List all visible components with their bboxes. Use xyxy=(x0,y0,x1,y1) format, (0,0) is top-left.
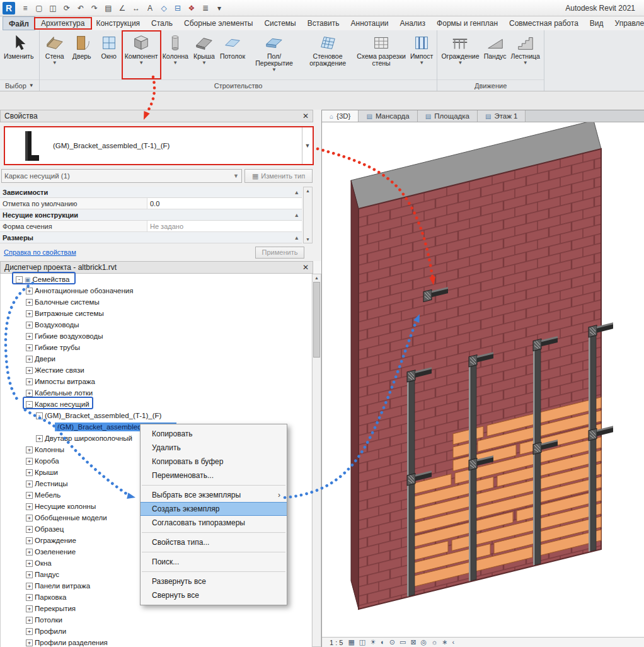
sync-icon[interactable]: ⟳ xyxy=(60,2,73,15)
view-tab[interactable]: ▤Площадка xyxy=(418,110,478,122)
view-3d-icon[interactable]: ◇ xyxy=(158,2,170,15)
menu-item[interactable]: Свернуть все xyxy=(141,588,287,602)
tool-Изменить[interactable]: Изменить xyxy=(2,32,35,78)
save-icon[interactable]: ◫ xyxy=(47,2,59,15)
expand-icon[interactable]: + xyxy=(26,367,33,374)
close-icon[interactable]: ✕ xyxy=(302,263,309,272)
tag-icon[interactable]: ❖ xyxy=(185,2,198,15)
expand-icon[interactable]: + xyxy=(26,469,33,476)
measure-icon[interactable]: ∠ xyxy=(116,2,129,15)
tool-Схема разрезки стены[interactable]: Схема разрезки стены xyxy=(355,32,408,78)
menu-item[interactable]: Развернуть все xyxy=(141,574,287,588)
expand-icon[interactable]: + xyxy=(26,526,33,533)
view-scale[interactable]: 1 : 5 xyxy=(330,639,343,646)
menu-item[interactable]: Выбрать все экземпляры› xyxy=(141,488,287,502)
section-icon[interactable]: ⊟ xyxy=(171,2,184,15)
collapse-icon[interactable]: - xyxy=(36,412,43,419)
expand-icon[interactable]: + xyxy=(26,549,33,556)
collapse-icon[interactable]: ▴ xyxy=(295,235,298,241)
expand-icon[interactable]: + xyxy=(26,322,33,329)
expand-icon[interactable]: + xyxy=(26,515,33,522)
expand-icon[interactable]: + xyxy=(36,435,43,442)
expand-icon[interactable]: + xyxy=(26,356,33,363)
tool-Потолок[interactable]: Потолок xyxy=(218,32,247,78)
collapse-icon[interactable]: ▴ xyxy=(295,189,298,195)
expand-icon[interactable]: + xyxy=(26,605,33,612)
tree-item[interactable]: -▣Семейства xyxy=(1,274,311,285)
tool-Ограждение[interactable]: Ограждение▼ xyxy=(439,32,481,78)
undo-icon[interactable]: ↶ xyxy=(74,2,87,15)
ribbon-tab[interactable]: Сборные элементы xyxy=(178,16,258,30)
tool-Компонент[interactable]: Компонент▼ xyxy=(123,32,160,78)
sun-icon[interactable]: ☀ xyxy=(370,638,376,646)
expand-icon[interactable]: + xyxy=(26,344,33,351)
expand-icon[interactable]: + xyxy=(26,583,33,590)
menu-item[interactable]: Поиск... xyxy=(141,555,287,569)
tree-item[interactable]: +Кабельные лотки xyxy=(1,387,311,399)
shadows-icon[interactable]: ◐ xyxy=(381,638,385,646)
expand-icon[interactable]: + xyxy=(26,333,33,340)
ribbon-tab[interactable]: Файл xyxy=(3,16,35,30)
detail-level-icon[interactable]: ▦ xyxy=(348,638,354,646)
visual-style-icon[interactable]: ◫ xyxy=(359,638,365,646)
tool-Пол/Перекрытие[interactable]: Пол/Перекрытие▼ xyxy=(248,32,301,78)
expand-icon[interactable]: + xyxy=(26,594,33,601)
tree-item[interactable]: +Гибкие воздуховоды xyxy=(1,330,311,342)
tool-Импост[interactable]: Импост▼ xyxy=(408,32,435,78)
expand-icon[interactable]: + xyxy=(26,390,33,397)
filter-combo[interactable]: Каркас несущий (1)▼ xyxy=(1,169,242,183)
expand-icon[interactable]: + xyxy=(26,310,33,317)
edit-type-button[interactable]: ▦ Изменить тип xyxy=(244,169,313,183)
reveal-hidden-icon[interactable]: ☼ xyxy=(431,638,437,646)
tree-item[interactable]: +Аннотационные обозначения xyxy=(1,285,311,296)
expand-icon[interactable]: + xyxy=(26,492,33,499)
expand-icon[interactable]: + xyxy=(26,617,33,624)
tool-Колонна[interactable]: Колонна▼ xyxy=(161,32,190,78)
open-icon[interactable]: ▢ xyxy=(33,2,45,15)
redo-icon[interactable]: ↷ xyxy=(88,2,101,15)
chevron-down-icon[interactable]: ▼ xyxy=(29,83,34,88)
render-icon[interactable]: ⊙ xyxy=(389,638,395,646)
menu-item[interactable]: Согласовать типоразмеры xyxy=(141,516,287,530)
revit-logo-icon[interactable]: R xyxy=(3,2,15,15)
expand-icon[interactable]: + xyxy=(26,458,33,465)
ribbon-tab[interactable]: Управление xyxy=(609,16,644,30)
apply-button[interactable]: Применить xyxy=(255,247,304,259)
print-icon[interactable]: ▤ xyxy=(102,2,115,15)
ribbon-tab[interactable]: Вид xyxy=(584,16,609,30)
tool-Лестница[interactable]: Лестница▼ xyxy=(509,32,542,78)
scrollbar-thumb[interactable] xyxy=(313,282,320,358)
chevron-down-icon[interactable]: ▼ xyxy=(302,127,313,164)
tree-item[interactable]: +Гибкие трубы xyxy=(1,342,311,353)
tree-item[interactable]: -(GM)_Bracket_assembled_(T-1)_(F) xyxy=(1,410,311,421)
temporary-hide-icon[interactable]: ◎ xyxy=(421,638,427,646)
menu-item[interactable]: Копировать в буфер xyxy=(141,455,287,469)
expand-icon[interactable]: + xyxy=(26,378,33,385)
tool-Пандус[interactable]: Пандус xyxy=(482,32,509,78)
ribbon-tab[interactable]: Сталь xyxy=(146,16,178,30)
type-selector[interactable]: (GM)_Bracket_assembled_(T-1)_(F) ▼ xyxy=(4,126,314,165)
tool-Окно[interactable]: Окно xyxy=(96,32,122,78)
ribbon-tab[interactable]: Вставить xyxy=(302,16,345,30)
close-icon[interactable]: ✕ xyxy=(302,112,309,120)
ribbon-tab[interactable]: Системы xyxy=(258,16,301,30)
tree-item[interactable]: +Жесткие связи xyxy=(1,364,311,376)
ribbon-tab[interactable]: Формы и генплан xyxy=(431,16,503,30)
crop-icon[interactable]: ▭ xyxy=(400,638,406,646)
tree-item[interactable]: +Профили xyxy=(1,626,311,637)
collapse-icon[interactable]: ▴ xyxy=(295,212,298,218)
expand-icon[interactable]: + xyxy=(26,446,33,453)
text-icon[interactable]: A xyxy=(144,2,156,15)
tool-Дверь[interactable]: Дверь xyxy=(69,32,95,78)
dimension-icon[interactable]: ↔ xyxy=(130,2,142,15)
ribbon-tab[interactable]: Архитектура xyxy=(35,16,91,30)
collapse-icon[interactable]: - xyxy=(16,276,23,283)
collapse-icon[interactable]: - xyxy=(26,401,33,408)
caret-down-icon[interactable]: ▾ xyxy=(213,2,226,15)
constraints-icon[interactable]: ∗ xyxy=(442,638,447,646)
expand-icon[interactable]: + xyxy=(26,288,33,294)
expand-icon[interactable]: + xyxy=(26,639,33,646)
ribbon-tab[interactable]: Аннотации xyxy=(345,16,394,30)
menu-item[interactable]: Копировать xyxy=(141,427,287,441)
view-tab[interactable]: ▤Этаж 1 xyxy=(478,110,526,122)
